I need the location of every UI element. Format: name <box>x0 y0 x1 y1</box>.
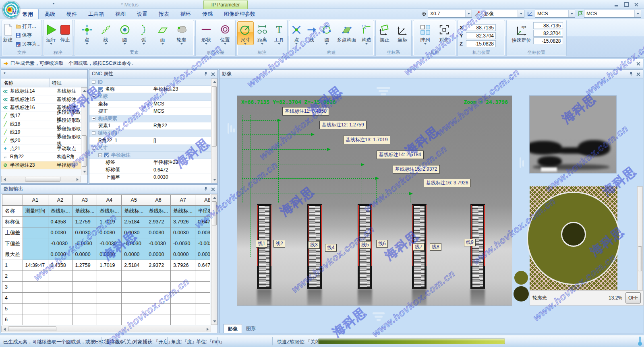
data-cell[interactable] <box>23 293 48 304</box>
data-cell[interactable] <box>171 271 195 282</box>
data-cell[interactable]: 0.0030 <box>48 227 72 238</box>
data-cell[interactable]: 3.7926 <box>171 217 195 227</box>
data-cell[interactable] <box>72 271 97 282</box>
row-header-cell[interactable]: 4 <box>2 293 23 304</box>
row-header-cell[interactable]: 最大差 <box>2 249 23 260</box>
coord1-dropdown-icon[interactable] <box>568 10 575 17</box>
row-header-cell[interactable]: 2 <box>2 271 23 282</box>
line-label[interactable]: 线9 <box>464 239 476 246</box>
magnification-combo[interactable]: X0.7 <box>428 10 472 18</box>
data-cell[interactable]: -0.0030 <box>72 238 97 249</box>
property-row[interactable]: 摆正MCS <box>89 108 211 115</box>
cnc-vscrollbar[interactable] <box>211 78 217 183</box>
data-cell[interactable]: 0.0030 <box>146 227 171 238</box>
quick-position-button[interactable]: xyz 快速定位 <box>510 22 533 43</box>
data-cell[interactable] <box>97 304 122 314</box>
collapse-icon[interactable] <box>92 95 95 98</box>
data-cell[interactable] <box>122 314 146 325</box>
list-item[interactable]: ╱线20多段矩形取线 <box>1 136 81 145</box>
data-cell[interactable] <box>23 304 48 314</box>
data-output-vscrollbar[interactable] <box>211 194 217 325</box>
data-cell[interactable]: 基线标... <box>122 206 146 217</box>
property-value[interactable]: 0.0030 <box>150 174 211 180</box>
data-cell[interactable]: 0.6472 <box>195 260 210 271</box>
pin-icon[interactable] <box>204 72 208 76</box>
data-cell[interactable]: 0.0000 <box>48 249 72 260</box>
annotation-label[interactable]: 基线标注13: 1.7019 <box>343 136 390 144</box>
row-header-cell[interactable]: 下偏差 <box>2 238 23 249</box>
data-cell[interactable]: 0.0000 <box>146 249 171 260</box>
data-cell[interactable] <box>146 314 171 325</box>
row-header-cell[interactable]: 名称 <box>2 206 23 217</box>
tool-button[interactable]: T 工具 <box>271 21 287 45</box>
quick-access-menu-icon[interactable] <box>52 3 55 4</box>
data-cell[interactable]: 0.4358 <box>48 217 72 227</box>
property-group-row[interactable]: 坐标 <box>89 93 211 100</box>
annotation-label[interactable]: 基线标注15: 2.9372 <box>393 165 440 174</box>
data-cell[interactable]: 0.0030 <box>195 227 210 238</box>
data-cell[interactable]: 2.5184 <box>122 260 146 271</box>
data-cell[interactable] <box>48 282 72 293</box>
save-button[interactable]: 保存 <box>14 31 42 39</box>
data-cell[interactable]: -0.0030 <box>97 238 122 249</box>
data-cell[interactable]: 0.0000 <box>97 249 122 260</box>
data-cell[interactable]: 0.0000 <box>72 249 97 260</box>
data-cell[interactable]: 2.5184 <box>122 217 146 227</box>
ring-light-inner-circle[interactable] <box>561 222 586 247</box>
ribbon-tab[interactable]: 工具箱 <box>83 9 109 19</box>
image-panel-vscrollbar[interactable] <box>637 186 643 290</box>
data-cell[interactable] <box>195 304 210 314</box>
view-combo[interactable]: 影像 <box>482 10 524 18</box>
row-header-cell[interactable]: 1 <box>2 260 23 271</box>
data-cell[interactable]: 2.9372 <box>146 217 171 227</box>
row-header-cell[interactable]: 3 <box>2 282 23 293</box>
data-cell[interactable] <box>97 314 122 325</box>
alignment-combo[interactable]: MCS <box>584 10 641 18</box>
data-cell[interactable] <box>97 271 122 282</box>
property-row[interactable]: R角22_1[] <box>89 137 211 145</box>
property-value[interactable]: 半径标注23 <box>150 159 211 166</box>
row-header-cell[interactable]: 标称值 <box>2 217 23 227</box>
data-cell[interactable]: 0.0030 <box>122 227 146 238</box>
focus-button[interactable]: 对焦 <box>435 21 453 43</box>
collapse-icon[interactable] <box>98 153 102 157</box>
data-cell[interactable]: 1.2759 <box>72 217 97 227</box>
stop-button[interactable]: 停止 <box>58 21 72 43</box>
data-cell[interactable] <box>72 314 97 325</box>
contextual-tab-ip-parameter[interactable]: IP Parameter <box>203 0 248 9</box>
property-row[interactable]: 名称半径标注23 <box>89 86 211 93</box>
list-item[interactable]: ≪基线标注14基线标注 <box>1 87 81 95</box>
annotation-label[interactable]: 基线标注12: 1.2759 <box>319 121 367 129</box>
app-logo[interactable]: M <box>2 1 20 19</box>
data-cell[interactable] <box>23 271 48 282</box>
data-cell[interactable] <box>171 293 195 304</box>
ribbon-tab[interactable]: 视图 <box>110 9 131 19</box>
new-button[interactable]: 新建 <box>2 21 14 43</box>
property-value[interactable]: [] <box>150 138 211 143</box>
data-cell[interactable]: -0.0030 <box>48 238 72 249</box>
property-value[interactable]: 半径标注23 <box>150 86 211 93</box>
data-cell[interactable] <box>23 238 48 249</box>
line-button[interactable]: 线 <box>97 21 115 45</box>
data-cell[interactable]: 基线标... <box>171 206 195 217</box>
property-group-row[interactable]: 循环引用 <box>89 130 211 137</box>
data-cell[interactable] <box>195 282 210 293</box>
line-label[interactable]: 线3 <box>308 241 320 249</box>
collapse-icon[interactable] <box>92 80 95 84</box>
light-indicator-1[interactable] <box>514 271 528 285</box>
magnification-dropdown-icon[interactable] <box>465 10 472 17</box>
property-row[interactable]: 标签半径标注23 <box>89 159 211 166</box>
view-dropdown-icon[interactable] <box>518 10 524 17</box>
data-cell[interactable] <box>48 271 72 282</box>
data-cell[interactable] <box>122 282 146 293</box>
property-value[interactable]: MCS <box>150 101 211 107</box>
list-item[interactable]: ⊘半径标注23半径标注 <box>1 161 81 169</box>
property-value[interactable]: 0.6472 <box>150 167 211 173</box>
data-cell[interactable]: 14:39:47 <box>23 260 48 271</box>
row-header-cell[interactable]: 上偏差 <box>2 227 23 238</box>
data-cell[interactable]: 0.4358 <box>48 260 72 271</box>
distance-button[interactable]: 距离 <box>254 21 271 45</box>
data-cell[interactable]: 基线标... <box>72 206 97 217</box>
plane-button[interactable]: 面 <box>153 21 172 45</box>
data-cell[interactable]: 3.7926 <box>171 260 195 271</box>
